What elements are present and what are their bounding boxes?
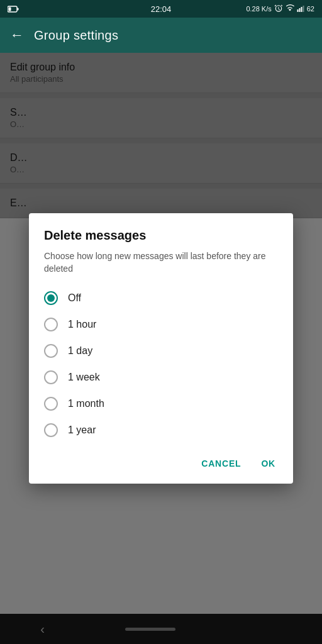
top-app-bar: ← Group settings xyxy=(0,18,322,53)
radio-circle-off xyxy=(44,291,58,305)
radio-circle-1month xyxy=(44,397,58,411)
svg-rect-1 xyxy=(18,8,19,11)
radio-circle-1day xyxy=(44,344,58,358)
radio-option-1month[interactable]: 1 month xyxy=(44,391,278,417)
radio-option-1year[interactable]: 1 year xyxy=(44,417,278,443)
svg-rect-3 xyxy=(297,9,298,12)
cancel-button[interactable]: CANCEL xyxy=(194,453,248,474)
radio-label-1year: 1 year xyxy=(68,425,96,436)
page-title: Group settings xyxy=(34,28,118,43)
svg-rect-4 xyxy=(299,8,300,12)
dialog-overlay: Delete messages Choose how long new mess… xyxy=(0,53,322,644)
svg-rect-6 xyxy=(303,6,304,12)
radio-option-1week[interactable]: 1 week xyxy=(44,364,278,391)
settings-background: Edit group info All participants S… O… D… xyxy=(0,53,322,644)
radio-option-1hour[interactable]: 1 hour xyxy=(44,311,278,338)
radio-circle-1week xyxy=(44,370,58,384)
radio-circle-1hour xyxy=(44,318,58,331)
radio-option-off[interactable]: Off xyxy=(44,285,278,311)
svg-rect-5 xyxy=(301,7,302,12)
ok-button[interactable]: OK xyxy=(253,453,283,474)
delete-messages-dialog: Delete messages Choose how long new mess… xyxy=(29,213,293,484)
status-bar: 22:04 0.28 K/s 62 xyxy=(0,0,322,18)
radio-option-1day[interactable]: 1 day xyxy=(44,338,278,364)
radio-label-off: Off xyxy=(68,292,81,304)
dialog-actions: CANCEL OK xyxy=(29,448,293,484)
radio-label-1hour: 1 hour xyxy=(68,319,96,330)
radio-label-1week: 1 week xyxy=(68,372,100,383)
status-right: 0.28 K/s 62 xyxy=(246,4,314,13)
back-button[interactable]: ← xyxy=(10,27,24,43)
network-speed: 0.28 K/s xyxy=(246,5,271,13)
radio-label-1month: 1 month xyxy=(68,398,104,409)
dialog-title: Delete messages xyxy=(44,228,278,243)
radio-circle-1year xyxy=(44,423,58,437)
status-time: 22:04 xyxy=(151,4,172,14)
battery-percent: 62 xyxy=(307,5,314,13)
svg-rect-2 xyxy=(9,8,11,11)
battery-icon-placeholder xyxy=(8,4,19,13)
dialog-content: Delete messages Choose how long new mess… xyxy=(29,213,293,448)
dialog-description: Choose how long new messages will last b… xyxy=(44,250,278,275)
radio-label-1day: 1 day xyxy=(68,345,92,357)
